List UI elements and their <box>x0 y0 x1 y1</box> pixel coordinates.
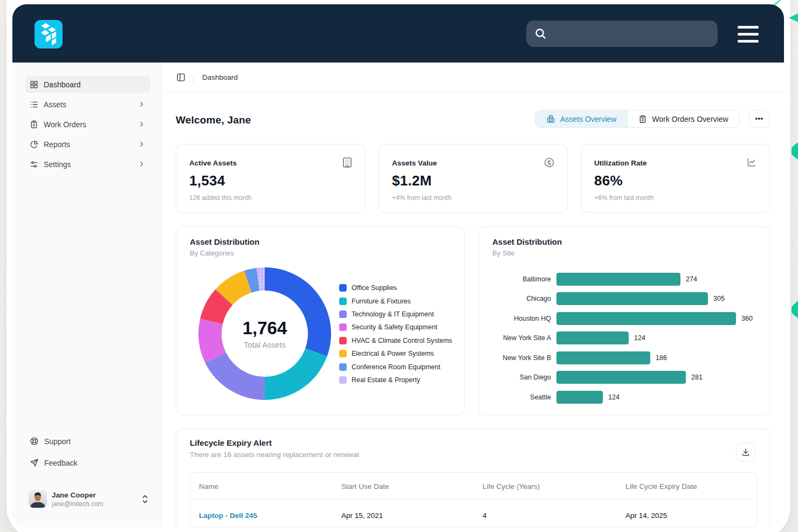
svg-text:Total Assets: Total Assets <box>244 341 285 349</box>
svg-text:1,764: 1,764 <box>243 318 287 338</box>
